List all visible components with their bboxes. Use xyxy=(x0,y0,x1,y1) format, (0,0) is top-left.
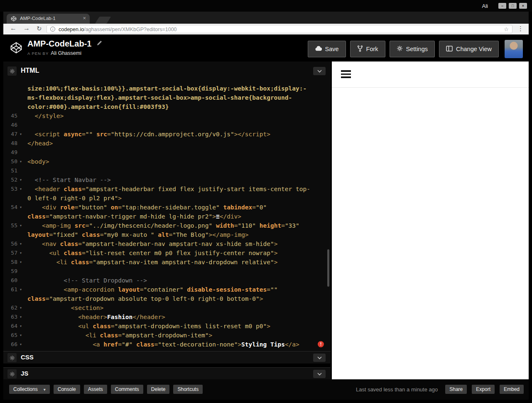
embed-button[interactable]: Embed xyxy=(500,385,524,394)
code-line[interactable]: 48</head> xyxy=(3,139,331,148)
code-line[interactable]: 57▾ <ul class="list-reset center m0 p0 f… xyxy=(3,248,331,258)
shortcuts-button[interactable]: Shortcuts xyxy=(173,385,203,394)
fold-arrow-icon[interactable]: ▾ xyxy=(17,157,24,166)
html-collapse-button[interactable] xyxy=(313,67,326,75)
caret-down-icon: ▾ xyxy=(44,387,46,392)
hamburger-menu-icon[interactable] xyxy=(341,70,351,80)
code-line[interactable]: 54▾ <div role="button" on="tap:header-si… xyxy=(3,203,331,212)
css-collapse-button[interactable] xyxy=(313,354,326,362)
export-button[interactable]: Export xyxy=(472,385,495,394)
fold-arrow-icon[interactable]: ▾ xyxy=(17,221,24,230)
new-tab-button[interactable] xyxy=(95,17,111,24)
code-line[interactable]: size:100%;flex-basis:100%}}.ampstart-soc… xyxy=(3,84,331,93)
maximize-icon[interactable]: □ xyxy=(509,3,517,9)
fold-arrow-icon[interactable]: ▾ xyxy=(17,322,24,331)
byline-prefix: A PEN BY xyxy=(27,51,49,56)
code-line[interactable]: 49 xyxy=(3,148,331,157)
code-line[interactable]: 51 xyxy=(3,166,331,175)
change-view-button[interactable]: Change View xyxy=(439,41,499,57)
code-line[interactable]: 55▾ <amp-img src="../img/thescenic/heade… xyxy=(3,221,331,230)
line-gutter: 55▾ xyxy=(3,221,25,230)
delete-button[interactable]: Delete xyxy=(147,385,170,394)
fold-arrow-icon[interactable]: ▾ xyxy=(17,340,24,349)
close-icon[interactable]: × xyxy=(519,3,527,9)
share-button[interactable]: Share xyxy=(445,385,467,394)
codepen-header: AMP-CodeLab-1 A PEN BYAli Ghassemi Save … xyxy=(3,34,529,61)
code-line[interactable]: 63▾ <header>Fashion</header> xyxy=(3,312,331,322)
site-info-icon[interactable]: i xyxy=(50,27,55,32)
reload-icon[interactable]: ↻ xyxy=(37,25,42,32)
code-line[interactable]: 47▾ <script async="" src="https://cdn.am… xyxy=(3,130,331,139)
fold-arrow-icon[interactable]: ▾ xyxy=(17,331,24,340)
browser-menu-icon[interactable]: ⋮ xyxy=(517,25,524,32)
code-line[interactable]: 46 xyxy=(3,120,331,130)
tab-title: AMP-CodeLab-1 xyxy=(20,16,56,21)
minimize-icon[interactable]: – xyxy=(498,3,506,9)
fold-arrow-icon[interactable]: ▾ xyxy=(17,312,24,322)
lint-error-icon[interactable]: ! xyxy=(318,341,324,347)
code-line[interactable]: 53▾ <header class="ampstart-headerbar fi… xyxy=(3,184,331,194)
line-gutter: 61▾ xyxy=(3,285,25,294)
code-line[interactable]: ms-flexbox;display:flex}.ampstart-social… xyxy=(3,93,331,102)
collections-dropdown[interactable]: Collections▾ xyxy=(9,385,50,394)
browser-tab[interactable]: AMP-CodeLab-1 × xyxy=(7,14,90,24)
code-line[interactable]: layout="fixed" class="my0 mx-auto " alt=… xyxy=(3,230,331,239)
line-gutter: 65▾ xyxy=(3,331,25,340)
fold-arrow-icon[interactable]: ▾ xyxy=(17,175,24,184)
url-bar[interactable]: i codepen.io/aghassemi/pen/XMKbGP?editor… xyxy=(47,25,512,33)
fold-arrow-icon xyxy=(17,230,24,239)
assets-button[interactable]: Assets xyxy=(84,385,107,394)
code-line[interactable]: 45 </style> xyxy=(3,111,331,120)
tab-close-icon[interactable]: × xyxy=(83,15,86,21)
back-icon[interactable]: ← xyxy=(10,25,17,32)
comments-button[interactable]: Comments xyxy=(111,385,143,394)
code-line[interactable]: 52▾ <!-- Start Navbar --> xyxy=(3,175,331,184)
save-button[interactable]: Save xyxy=(308,41,346,57)
fork-button[interactable]: Fork xyxy=(350,41,385,57)
code-line[interactable]: 58▾ <li class="ampstart-nav-item ampstar… xyxy=(3,258,331,267)
code-line[interactable]: 64▾ <ul class="ampstart-dropdown-items l… xyxy=(3,322,331,331)
edit-pencil-icon[interactable] xyxy=(97,40,102,47)
code-line[interactable]: 60 <!-- Start Dropdown --> xyxy=(3,276,331,285)
fold-arrow-icon[interactable]: ▾ xyxy=(17,184,24,194)
fold-arrow-icon xyxy=(17,212,24,221)
fold-arrow-icon[interactable]: ▾ xyxy=(17,285,24,294)
html-settings-gear-icon[interactable] xyxy=(7,66,17,76)
fold-arrow-icon[interactable]: ▾ xyxy=(17,203,24,212)
window-user-label: Ali xyxy=(482,3,488,9)
browser-toolbar: ← → ↻ i codepen.io/aghassemi/pen/XMKbGP?… xyxy=(3,24,529,34)
fold-arrow-icon[interactable]: ▾ xyxy=(17,248,24,258)
chevron-down-icon xyxy=(317,70,322,73)
fold-arrow-icon[interactable]: ▾ xyxy=(17,239,24,248)
preview-header xyxy=(332,61,529,88)
bookmark-star-icon[interactable]: ☆ xyxy=(504,26,509,32)
js-collapse-button[interactable] xyxy=(313,370,326,378)
line-gutter xyxy=(3,194,25,203)
js-settings-gear-icon[interactable] xyxy=(7,369,17,378)
user-avatar[interactable] xyxy=(505,40,523,58)
codepen-logo-icon[interactable] xyxy=(10,42,22,54)
code-line[interactable]: class="ampstart-navbar-trigger md-hide l… xyxy=(3,212,331,221)
code-line[interactable]: 66▾ <a href="#" class="text-decoration-n… xyxy=(3,340,331,349)
pen-byline: A PEN BYAli Ghassemi xyxy=(27,50,102,56)
pen-author-link[interactable]: Ali Ghassemi xyxy=(51,50,81,56)
code-line[interactable]: 62▾ <section> xyxy=(3,303,331,312)
fold-arrow-icon[interactable]: ▾ xyxy=(17,130,24,139)
code-line[interactable]: 59 xyxy=(3,267,331,276)
code-area[interactable]: size:100%;flex-basis:100%}}.ampstart-soc… xyxy=(3,81,331,351)
code-line[interactable]: 65▾ <li class="ampstart-dropdown-item"> xyxy=(3,331,331,340)
console-button[interactable]: Console xyxy=(54,385,80,394)
code-line[interactable]: 61▾ <amp-accordion layout="container" di… xyxy=(3,285,331,294)
css-settings-gear-icon[interactable] xyxy=(7,353,17,362)
url-domain: codepen.io xyxy=(59,27,84,32)
code-line[interactable]: class="ampstart-dropdown absolute top-0 … xyxy=(3,294,331,303)
fold-arrow-icon[interactable]: ▾ xyxy=(17,303,24,312)
window-titlebar: Ali – □ × xyxy=(0,0,532,12)
code-line[interactable]: 50▾<body> xyxy=(3,157,331,166)
settings-button[interactable]: Settings xyxy=(390,41,435,57)
forward-icon[interactable]: → xyxy=(23,25,30,32)
code-line[interactable]: color:#000}.ampstart-icon{fill:#003f93} xyxy=(3,102,331,111)
code-line[interactable]: 56▾ <nav class="ampstart-headerbar-nav a… xyxy=(3,239,331,248)
fold-arrow-icon[interactable]: ▾ xyxy=(17,258,24,267)
code-line[interactable]: 0 left-0 right-0 pl2 pr4"> xyxy=(3,194,331,203)
